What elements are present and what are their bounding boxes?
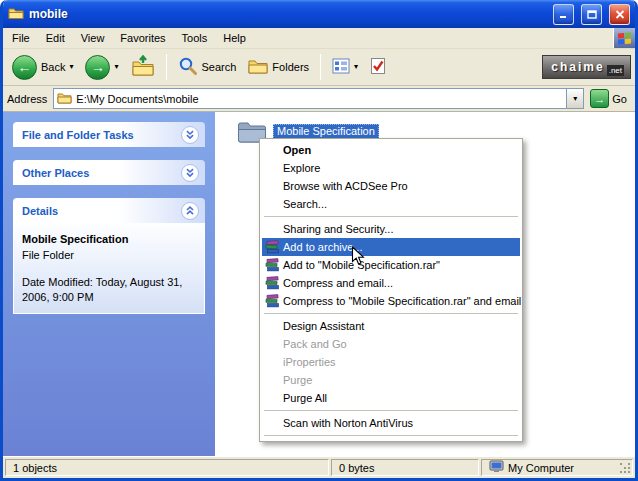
title-bar: mobile [3, 0, 635, 28]
toolbar-separator [320, 54, 321, 80]
panel-other-places: Other Places [13, 160, 205, 185]
maximize-button[interactable] [581, 4, 602, 25]
forward-button[interactable]: → ▾ [80, 52, 123, 83]
address-input[interactable]: E:\My Documents\mobile ▾ [53, 88, 584, 109]
winrar-icon [262, 239, 283, 255]
details-date-modified: Date Modified: Today, August 31, 2006, 9… [22, 275, 196, 305]
back-button[interactable]: ← Back ▾ [7, 52, 78, 83]
folders-icon [248, 58, 268, 76]
winrar-icon [262, 275, 283, 291]
context-menu-item-purge-all[interactable]: Purge All [262, 389, 520, 407]
menu-separator [264, 313, 518, 314]
menu-file[interactable]: File [4, 29, 38, 47]
mouse-cursor [351, 246, 365, 268]
tasks-sidebar: File and Folder Tasks Other Places Detai… [3, 112, 215, 456]
close-button[interactable] [609, 4, 630, 25]
minimize-button[interactable] [553, 4, 574, 25]
status-size: 0 bytes [331, 459, 479, 476]
up-button[interactable] [126, 52, 160, 83]
address-folder-icon [57, 92, 72, 106]
context-menu-item-add-to-archive[interactable]: Add to archive... [262, 238, 520, 256]
chaime-logo-suffix: .net [607, 65, 624, 76]
context-menu-item-pack-and-go: Pack and Go [262, 335, 520, 353]
status-object-count: 1 objects [5, 459, 329, 476]
go-button[interactable]: → Go [590, 89, 631, 108]
winrar-icon [262, 257, 283, 273]
folder-up-icon [131, 55, 155, 79]
context-menu-item-browse-acdsee[interactable]: Browse with ACDSee Pro [262, 177, 520, 195]
panel-title: Details [22, 205, 58, 217]
resize-grip[interactable] [620, 463, 632, 475]
context-menu-item-iproperties: iProperties [262, 353, 520, 371]
views-dropdown-icon[interactable]: ▾ [354, 63, 358, 71]
address-dropdown-button[interactable]: ▾ [566, 89, 583, 108]
back-icon: ← [12, 55, 37, 80]
explorer-window: mobile File Edit View Favorites Tools He… [0, 0, 638, 481]
back-label: Back [41, 61, 65, 73]
chaime-logo-text: chaime [551, 60, 604, 74]
search-button[interactable]: Search [173, 52, 242, 83]
address-bar: Address E:\My Documents\mobile ▾ → Go [3, 86, 635, 112]
menu-bar: File Edit View Favorites Tools Help [3, 28, 635, 49]
views-button[interactable]: ▾ [327, 52, 363, 83]
context-menu-item-open[interactable]: Open [262, 141, 520, 159]
checklist-button[interactable] [365, 52, 391, 83]
chevron-down-icon[interactable] [181, 126, 199, 144]
chevron-down-icon[interactable] [181, 164, 199, 182]
folders-button[interactable]: Folders [243, 52, 314, 83]
go-label: Go [612, 93, 627, 105]
context-menu-item-search[interactable]: Search... [262, 195, 520, 213]
page-check-icon [370, 57, 386, 77]
details-item-type: File Folder [22, 248, 196, 263]
my-computer-icon [489, 460, 504, 475]
panel-details: Details Mobile Specification File Folder… [13, 198, 205, 314]
winrar-icon [262, 293, 283, 309]
context-menu-item-add-to-named-rar[interactable]: Add to "Mobile Specification.rar" [262, 256, 520, 274]
forward-dropdown-icon[interactable]: ▾ [114, 63, 118, 71]
window-folder-icon [8, 6, 24, 23]
views-icon [332, 58, 350, 76]
menu-separator [264, 435, 518, 436]
status-location-label: My Computer [508, 462, 574, 474]
go-arrow-icon: → [590, 89, 609, 108]
status-location: My Computer [481, 459, 633, 476]
menu-separator [264, 216, 518, 217]
context-menu-item-explore[interactable]: Explore [262, 159, 520, 177]
status-bar: 1 objects 0 bytes My Computer [3, 456, 635, 478]
panel-title: Other Places [22, 167, 89, 179]
context-menu: Open Explore Browse with ACDSee Pro Sear… [259, 138, 523, 442]
menu-favorites[interactable]: Favorites [112, 29, 173, 47]
menu-tools[interactable]: Tools [174, 29, 216, 47]
context-menu-item-design-assistant[interactable]: Design Assistant [262, 317, 520, 335]
context-menu-item-compress-email[interactable]: Compress and email... [262, 274, 520, 292]
chaime-logo: chaime .net [542, 55, 631, 79]
window-title: mobile [29, 7, 68, 21]
folders-label: Folders [272, 61, 309, 73]
windows-logo-icon [613, 28, 635, 48]
context-menu-item-compress-to-rar-email[interactable]: Compress to "Mobile Specification.rar" a… [262, 292, 520, 310]
menu-view[interactable]: View [73, 29, 113, 47]
address-label: Address [7, 93, 47, 105]
context-menu-item-scan-norton[interactable]: Scan with Norton AntiVirus [262, 414, 520, 432]
back-dropdown-icon[interactable]: ▾ [69, 63, 73, 71]
panel-file-and-folder-tasks: File and Folder Tasks [13, 122, 205, 147]
details-panel-body: Mobile Specification File Folder Date Mo… [13, 223, 205, 314]
panel-title: File and Folder Tasks [22, 129, 134, 141]
folder-item-label: Mobile Specification [273, 124, 379, 139]
address-value: E:\My Documents\mobile [76, 93, 198, 105]
toolbar-separator [166, 54, 167, 80]
panel-header-other-places[interactable]: Other Places [13, 160, 205, 185]
context-menu-item-sharing-security[interactable]: Sharing and Security... [262, 220, 520, 238]
context-menu-item-purge: Purge [262, 371, 520, 389]
search-icon [178, 56, 198, 78]
chevron-up-icon[interactable] [181, 202, 199, 220]
details-item-name: Mobile Specification [22, 232, 196, 247]
menu-edit[interactable]: Edit [38, 29, 73, 47]
toolbar: ← Back ▾ → ▾ Search Folders [3, 49, 635, 86]
panel-header-file-folder-tasks[interactable]: File and Folder Tasks [13, 122, 205, 147]
search-label: Search [202, 61, 237, 73]
menu-help[interactable]: Help [215, 29, 254, 47]
panel-header-details[interactable]: Details [13, 198, 205, 223]
forward-icon: → [85, 55, 110, 80]
menu-separator [264, 410, 518, 411]
